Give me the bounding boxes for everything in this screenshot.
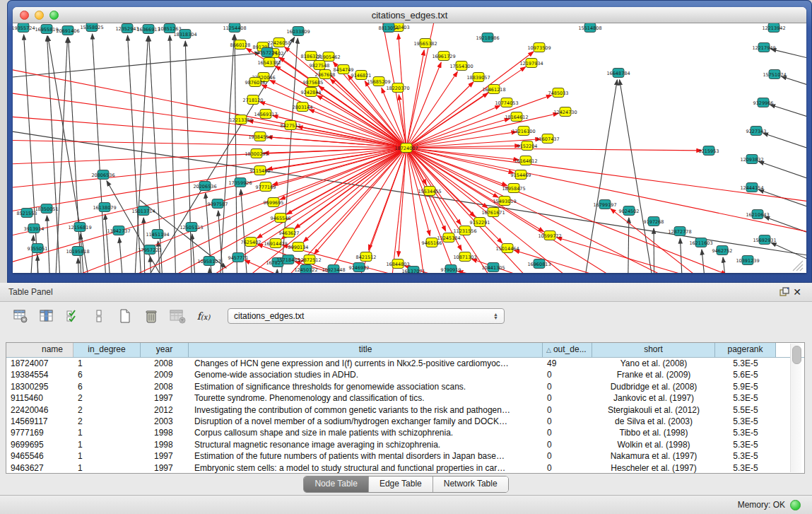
- column-header-out_de-[interactable]: △out_de...: [543, 343, 592, 357]
- graph-node[interactable]: 12213942: [762, 23, 785, 33]
- table-row[interactable]: 1456911722003Disruption of a novel membe…: [6, 416, 804, 427]
- table-row[interactable]: 1830029562008Estimation of significance …: [6, 381, 804, 392]
- graph-node[interactable]: 9154469: [511, 170, 531, 180]
- graph-node[interactable]: 17554300: [449, 62, 473, 71]
- graph-node[interactable]: 19565382: [413, 39, 437, 48]
- table-row[interactable]: 946554611997Estimation of the future num…: [6, 450, 804, 462]
- graph-node[interactable]: 20691406: [56, 26, 79, 35]
- table-row[interactable]: 1872400712008Changes of HCN gene express…: [6, 358, 804, 369]
- graph-node[interactable]: 16164612: [514, 156, 537, 165]
- graph-node[interactable]: 16366913: [136, 25, 160, 34]
- graph-node[interactable]: 10774053: [495, 98, 518, 107]
- column-header-name[interactable]: name: [6, 343, 73, 357]
- graph-node[interactable]: 9246982: [349, 263, 370, 272]
- graph-node[interactable]: 13216100: [512, 127, 535, 136]
- graph-node[interactable]: 15751074: [763, 70, 786, 79]
- graph-node[interactable]: 7485033: [548, 88, 569, 98]
- table-row[interactable]: 911546021997Tourette syndrome. Phenomeno…: [6, 392, 804, 404]
- function-builder-icon[interactable]: f(x): [194, 307, 213, 325]
- column-header-short[interactable]: short: [592, 343, 715, 357]
- window-titlebar[interactable]: citations_edges.txt: [13, 7, 806, 23]
- graph-node[interactable]: 9115460: [250, 166, 271, 175]
- graph-node[interactable]: 12156819: [68, 223, 91, 232]
- table-row[interactable]: 946362711997Embryonic stem cells: a mode…: [6, 462, 804, 474]
- graph-node[interactable]: 15358025: [80, 23, 103, 32]
- row-height-icon[interactable]: [90, 307, 108, 325]
- graph-node[interactable]: 15514808: [578, 23, 601, 33]
- graph-node[interactable]: 19355724: [13, 23, 35, 33]
- graph-node[interactable]: 20206536: [193, 182, 216, 191]
- graph-node[interactable]: 9827548: [310, 61, 330, 70]
- graph-node[interactable]: 10441305: [481, 263, 505, 272]
- column-header-pagerank[interactable]: pagerank: [715, 343, 776, 357]
- tab-network-table[interactable]: Network Table: [433, 477, 508, 492]
- column-header-year[interactable]: year: [141, 343, 189, 357]
- graph-node[interactable]: 11607437: [536, 134, 559, 144]
- graph-node[interactable]: 17359926: [228, 178, 252, 187]
- graph-node[interactable]: 12352943: [115, 24, 139, 33]
- graph-node[interactable]: 10923448: [322, 265, 345, 274]
- table-row[interactable]: 1938455462009Genome-wide association stu…: [6, 369, 804, 380]
- close-panel-icon[interactable]: ✕: [791, 286, 804, 298]
- graph-node[interactable]: 18300295: [245, 149, 268, 158]
- graph-node[interactable]: 9777169: [256, 182, 276, 192]
- tab-edge-table[interactable]: Edge Table: [368, 477, 433, 492]
- row-selection-checks-icon[interactable]: [64, 307, 82, 325]
- graph-node[interactable]: 18350051: [35, 204, 58, 214]
- graph-node[interactable]: 9024502: [619, 206, 640, 216]
- scrollbar-thumb[interactable]: [792, 346, 801, 364]
- graph-node[interactable]: 9242844: [301, 88, 322, 97]
- graph-node[interactable]: 10973509: [527, 43, 551, 52]
- graph-node[interactable]: 12872512: [298, 255, 321, 264]
- table-settings-icon[interactable]: [11, 307, 30, 325]
- graph-node[interactable]: 14569117: [254, 110, 277, 119]
- graph-node[interactable]: 12217949: [752, 43, 775, 52]
- graph-node[interactable]: 11451194: [146, 230, 169, 239]
- graph-node[interactable]: 10391239: [736, 256, 759, 265]
- graph-node[interactable]: 2718120: [243, 95, 264, 105]
- graph-node[interactable]: 15692931: [753, 235, 776, 245]
- column-header-title[interactable]: title: [189, 343, 543, 357]
- table-row[interactable]: 2242004622012Investigating the contribut…: [6, 404, 804, 416]
- graph-node[interactable]: 16137071: [401, 267, 425, 274]
- graph-node[interactable]: 8421512: [356, 252, 377, 262]
- graph-node[interactable]: 11231556: [453, 226, 476, 235]
- graph-node[interactable]: 15013714: [131, 206, 155, 216]
- float-panel-icon[interactable]: [778, 286, 791, 298]
- graph-node[interactable]: 18839057: [466, 73, 490, 82]
- delete-trash-icon[interactable]: [142, 307, 160, 325]
- graph-node[interactable]: 8215953: [699, 146, 719, 156]
- resize-grip-icon[interactable]: [793, 261, 803, 271]
- graph-node[interactable]: 16955819: [35, 25, 58, 34]
- graph-node[interactable]: 9329966: [753, 98, 774, 107]
- table-row[interactable]: 969969511998Structural magnetic resonanc…: [6, 439, 804, 450]
- graph-node[interactable]: 12505115: [180, 223, 203, 232]
- graph-node[interactable]: 9462752: [712, 246, 733, 255]
- graph-node[interactable]: 9790919: [441, 265, 461, 274]
- graph-node[interactable]: 8990134: [288, 243, 309, 252]
- graph-node[interactable]: 16138079: [93, 203, 116, 212]
- graph-node[interactable]: 10195818: [66, 247, 89, 256]
- graph-node[interactable]: 19384554: [248, 132, 271, 141]
- graph-node[interactable]: 16761671: [481, 208, 505, 217]
- graph-node[interactable]: 20806536: [91, 170, 114, 180]
- graph-node[interactable]: 7625402: [241, 238, 261, 247]
- network-canvas[interactable]: 1872400786601288912954224260589827502165…: [13, 23, 806, 273]
- graph-node[interactable]: 19218986: [476, 33, 499, 42]
- show-columns-icon[interactable]: [37, 307, 56, 325]
- graph-node[interactable]: 16033809: [286, 27, 310, 36]
- graph-node[interactable]: 12424730: [553, 107, 577, 117]
- graph-node[interactable]: 16961729: [432, 52, 455, 61]
- table-source-dropdown[interactable]: citations_edges.txt ▲▼: [228, 308, 505, 324]
- graph-node[interactable]: 9355051: [28, 244, 48, 253]
- graph-node[interactable]: 10958107: [197, 257, 220, 266]
- table-vertical-scrollbar[interactable]: [790, 344, 801, 472]
- graph-node[interactable]: 16844803: [386, 259, 409, 269]
- graph-node[interactable]: 16461218: [482, 85, 505, 94]
- graph-node[interactable]: 10599772: [538, 231, 561, 240]
- graph-node[interactable]: 9463627: [279, 228, 300, 238]
- graph-node[interactable]: 9227343: [746, 127, 767, 136]
- column-header-in_degree[interactable]: in_degree: [73, 343, 141, 357]
- graph-node[interactable]: 16648784: [606, 69, 630, 78]
- graph-node[interactable]: 9197268: [644, 217, 664, 226]
